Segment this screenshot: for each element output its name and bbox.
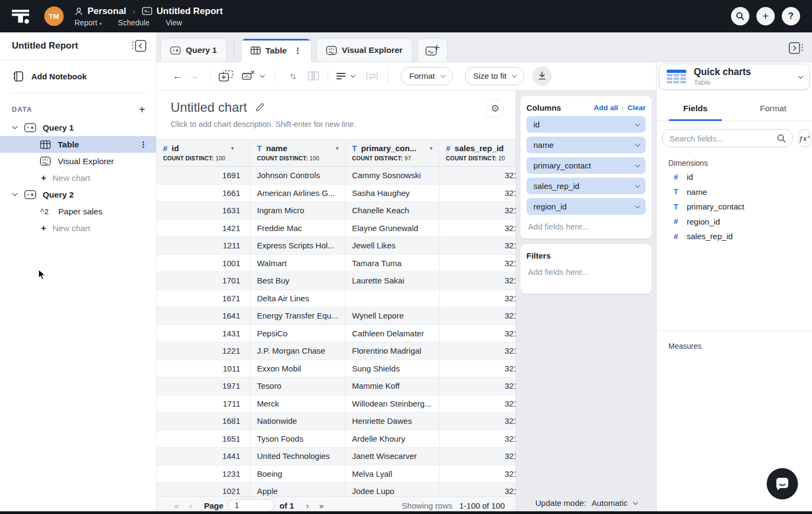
table-row[interactable]: 1641 Energy Transfer Equ... Wynell Lepor… [157,307,516,325]
search-fields-box[interactable] [662,129,793,147]
sort-caret-icon[interactable]: ▾ [430,145,432,151]
cell-sales-rep-id: 3215 [439,360,516,377]
column-header-id[interactable]: #id▾ COUNT DISTINCT: 100 [157,140,251,166]
table-row[interactable]: 1711 Merck Willodean Steinberg... 3215 [157,395,516,413]
table-row[interactable]: 1651 Tyson Foods Ardelle Khoury 3215 [157,430,516,448]
mode-logo-icon[interactable] [11,6,30,26]
avatar[interactable]: TM [44,6,64,26]
dimension-field[interactable]: # sales_rep_id [657,229,812,244]
sidebar-item-query1[interactable]: Query 1 [0,119,156,136]
search-button[interactable] [731,7,749,25]
edit-pencil-icon[interactable] [255,103,265,112]
column-header-name[interactable]: Tname▾ COUNT DISTINCT: 100 [251,140,346,166]
columns-dropzone-placeholder[interactable]: Add fields here... [526,215,646,232]
tab-query1[interactable]: Query 1 [160,38,227,62]
column-field-pill[interactable]: primary_contact [526,157,646,174]
tab-visual-explorer[interactable]: Visual Explorer [316,38,412,62]
column-settings-button[interactable] [308,71,319,80]
paper-sales-label: Paper sales [58,207,103,217]
chart-description-placeholder[interactable]: Click to add chart description. Shift-en… [171,120,502,128]
table-row[interactable]: 1701 Best Buy Laurette Sakai 3215 [157,272,516,290]
align-button[interactable] [336,72,354,80]
breadcrumb-workspace[interactable]: Personal [87,6,126,17]
sidebar-item-table[interactable]: Table ⋮ [0,136,156,153]
collapse-left-panel-icon[interactable] [132,40,146,52]
sidebar-item-query2[interactable]: Query 2 [0,186,156,203]
tab-visual-explorer-label: Visual Explorer [342,45,403,55]
add-formula-button[interactable]: ƒx⁺ [799,129,811,147]
table-options-kebab-icon[interactable]: ⋮ [139,140,147,150]
undo-button[interactable]: ← [170,70,186,82]
table-row[interactable]: 1631 Ingram Micro Chanelle Keach 3215 [157,202,516,220]
page-number-input[interactable] [228,499,274,512]
help-button[interactable]: ? [782,7,800,25]
collapse-right-panel-icon[interactable] [789,42,803,54]
menu-view[interactable]: View [166,18,182,27]
quick-charts-selector[interactable]: Quick charts Table [659,64,810,90]
table-row[interactable]: 1661 American Airlines G... Sasha Haughe… [157,185,516,202]
table-row[interactable]: 1231 Boeing Melva Lyall 3215 [157,465,516,483]
table-row[interactable]: 1211 Express Scripts Hol... Jewell Likes… [157,237,516,255]
add-cell-button[interactable] [219,70,233,82]
table-row[interactable]: 1021 Apple Jodee Lupo 3215 [157,483,516,496]
sidebar-item-paper-sales[interactable]: ^2 Paper sales [0,203,156,220]
create-button[interactable]: + [756,7,775,25]
column-field-pill[interactable]: name [526,137,646,153]
filters-dropzone-placeholder[interactable]: Add fields here... [526,260,646,278]
table-row[interactable]: 1011 Exxon Mobil Sung Shields 3215 [157,360,516,378]
sidebar-item-visual-explorer[interactable]: Visual Explorer [0,153,156,170]
breadcrumb-report[interactable]: Untitled Report [157,6,223,17]
sidebar-item-new-chart-1[interactable]: + New chart [0,170,156,186]
tab-format[interactable]: Format [734,97,812,120]
tab-fields[interactable]: Fields [657,97,734,120]
column-field-pill[interactable]: id [526,116,646,133]
format-button[interactable]: Format [401,67,453,85]
tab-table-kebab-icon[interactable]: ⋮ [294,46,302,56]
table-row[interactable]: 1431 PepsiCo Cathleen Delamater 3215 [157,325,516,343]
clear-link[interactable]: Clear [627,104,646,112]
table-row[interactable]: 1441 United Technologies Janett Wisecarv… [157,448,516,465]
redo-button[interactable]: → [186,70,202,82]
first-page-button[interactable]: « [170,501,184,510]
chart-title[interactable]: Untitled chart [171,100,247,115]
table-row[interactable]: 1681 Nationwide Henriette Dawes 3215 [157,412,516,430]
download-button[interactable] [532,66,552,86]
column-field-pill[interactable]: region_id [526,198,646,215]
dimension-field[interactable]: # region_id [657,214,812,229]
update-mode-value[interactable]: Automatic [592,498,628,508]
add-notebook-button[interactable]: Add Notebook [13,71,156,82]
search-fields-input[interactable] [669,134,777,143]
column-header-primary-contact[interactable]: Tprimary_con...▾ COUNT DISTINCT: 97 [346,140,439,166]
table-row[interactable]: 1691 Johnson Controls Cammy Sosnowski 32… [157,167,516,185]
sidebar-item-new-chart-2[interactable]: + New chart [0,220,156,236]
table-row[interactable]: 1001 Walmart Tamara Tuma 3215 [157,255,516,273]
table-row[interactable]: 1221 J.P. Morgan Chase Florentino Madrig… [157,342,516,360]
sort-caret-icon[interactable]: ▾ [336,145,339,151]
table-row[interactable]: 1671 Delta Air Lines 3215 [157,290,516,308]
column-header-sales-rep-id[interactable]: #sales_rep_id▾ COUNT DISTINCT: 20 [439,140,516,166]
table-row[interactable]: 1421 Freddie Mac Elayne Grunewald 3215 [157,220,516,238]
remove-chart-button[interactable] [242,70,263,82]
add-all-link[interactable]: Add all [594,104,618,112]
sort-button[interactable]: ↑↓ [283,71,301,81]
wrap-text-button[interactable] [366,72,378,80]
chart-settings-button[interactable]: ⚙ [486,100,504,117]
chart-line-icon: ^2 [40,207,51,216]
dimension-field[interactable]: T name [657,185,812,200]
tab-table[interactable]: Table ⋮ [241,38,312,62]
sort-caret-icon[interactable]: ▾ [231,145,234,151]
menu-report[interactable]: Report▾ [75,18,102,27]
menu-schedule[interactable]: Schedule [118,18,150,27]
table-row[interactable]: 1971 Tesoro Mammie Koff 3215 [157,377,516,395]
size-to-fit-button[interactable]: Size to fit [465,67,525,85]
column-field-pill[interactable]: sales_rep_id [526,178,646,194]
prev-page-button[interactable]: ‹ [184,501,198,510]
dimension-field[interactable]: T primary_contact [657,199,812,214]
cell-sales-rep-id: 3215 [439,412,516,430]
dimension-field[interactable]: # id [657,170,812,185]
add-data-button[interactable]: + [139,104,145,115]
new-chart-tab-button[interactable] [417,38,448,62]
next-page-button[interactable]: › [301,501,315,510]
last-page-button[interactable]: » [315,501,329,510]
chat-support-button[interactable] [767,468,798,499]
